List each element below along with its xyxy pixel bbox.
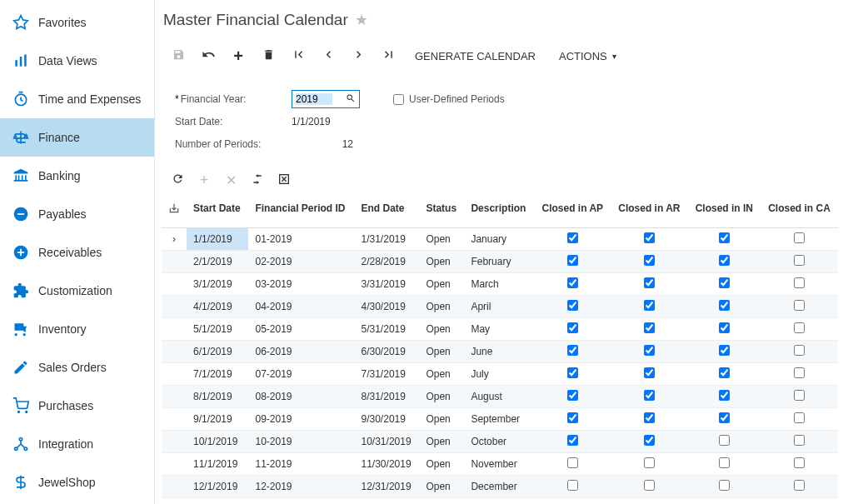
closed-ca-checkbox[interactable]: [794, 322, 805, 333]
sidebar-item-finance[interactable]: Finance: [0, 118, 154, 157]
sidebar-item-inventory[interactable]: Inventory: [0, 310, 154, 348]
closed-in-checkbox[interactable]: [719, 480, 730, 491]
closed-ap-checkbox[interactable]: [567, 390, 578, 401]
closed-ap-checkbox[interactable]: [567, 300, 578, 311]
table-row[interactable]: 4/1/201904-20194/30/2019OpenApril: [162, 295, 838, 317]
row-handle[interactable]: [162, 430, 187, 452]
row-handle[interactable]: [162, 475, 187, 497]
table-row[interactable]: ›1/1/201901-20191/31/2019OpenJanuary: [162, 227, 838, 250]
closed-ap-checkbox[interactable]: [567, 480, 578, 491]
last-button[interactable]: [373, 44, 403, 67]
sidebar-item-receivables[interactable]: Receivables: [0, 233, 154, 272]
closed-ar-checkbox[interactable]: [644, 367, 655, 378]
closed-in-checkbox[interactable]: [719, 232, 730, 243]
closed-in-checkbox[interactable]: [719, 277, 730, 288]
table-row[interactable]: 11/1/201911-201911/30/2019OpenNovember: [162, 452, 838, 475]
row-handle[interactable]: [162, 362, 187, 385]
closed-ar-checkbox[interactable]: [644, 435, 655, 446]
table-row[interactable]: 9/1/201909-20199/30/2019OpenSeptember: [162, 407, 838, 430]
sidebar-item-time-expenses[interactable]: Time and Expenses: [0, 80, 154, 118]
closed-ar-checkbox[interactable]: [644, 255, 655, 266]
table-row[interactable]: 6/1/201906-20196/30/2019OpenJune: [162, 340, 838, 362]
closed-ap-checkbox[interactable]: [567, 435, 578, 446]
table-row[interactable]: 2/1/201902-20192/28/2019OpenFebruary: [162, 250, 838, 272]
closed-ap-checkbox[interactable]: [567, 232, 578, 243]
table-row[interactable]: 12/1/201912-201912/31/2019OpenDecember: [162, 475, 838, 497]
closed-ca-checkbox[interactable]: [794, 412, 805, 423]
delete-button[interactable]: [253, 44, 283, 67]
table-row[interactable]: 7/1/201907-20197/31/2019OpenJuly: [162, 362, 838, 385]
row-handle[interactable]: [162, 272, 187, 295]
export-button[interactable]: [272, 169, 297, 191]
col-description[interactable]: Description: [464, 197, 534, 227]
grid-delete-button[interactable]: ✕: [218, 169, 243, 191]
row-handle[interactable]: [162, 317, 187, 340]
closed-ar-checkbox[interactable]: [644, 300, 655, 311]
col-closed-ca[interactable]: Closed in CA: [761, 197, 838, 227]
table-row[interactable]: 3/1/201903-20193/31/2019OpenMarch: [162, 272, 838, 295]
closed-ca-checkbox[interactable]: [794, 435, 805, 446]
closed-in-checkbox[interactable]: [719, 345, 730, 356]
row-handle[interactable]: [162, 407, 187, 430]
closed-ca-checkbox[interactable]: [794, 277, 805, 288]
sidebar-item-data-views[interactable]: Data Views: [0, 42, 154, 80]
user-defined-periods[interactable]: User-Defined Periods: [393, 93, 505, 105]
table-row[interactable]: 10/1/201910-201910/31/2019OpenOctober: [162, 430, 838, 452]
closed-ca-checkbox[interactable]: [794, 300, 805, 311]
next-button[interactable]: [343, 44, 373, 67]
col-status[interactable]: Status: [419, 197, 464, 227]
col-start-date[interactable]: Start Date: [187, 197, 248, 227]
generate-calendar-button[interactable]: GENERATE CALENDAR: [403, 44, 547, 67]
closed-ca-checkbox[interactable]: [794, 457, 805, 468]
row-handle[interactable]: [162, 452, 187, 475]
col-closed-in[interactable]: Closed in IN: [688, 197, 761, 227]
row-handle[interactable]: [162, 250, 187, 272]
closed-ar-checkbox[interactable]: [644, 277, 655, 288]
prev-button[interactable]: [313, 44, 343, 67]
first-button[interactable]: [283, 44, 313, 67]
col-period-id[interactable]: Financial Period ID: [248, 197, 354, 227]
closed-ap-checkbox[interactable]: [567, 255, 578, 266]
refresh-button[interactable]: [165, 169, 190, 191]
closed-ca-checkbox[interactable]: [794, 232, 805, 243]
col-closed-ap[interactable]: Closed in AP: [534, 197, 611, 227]
financial-year-input[interactable]: [296, 93, 332, 105]
user-defined-periods-checkbox[interactable]: [393, 94, 404, 105]
sidebar-item-favorites[interactable]: Favorites: [0, 3, 154, 42]
table-row[interactable]: 5/1/201905-20195/31/2019OpenMay: [162, 317, 838, 340]
table-row[interactable]: 8/1/201908-20198/31/2019OpenAugust: [162, 385, 838, 407]
closed-ap-checkbox[interactable]: [567, 345, 578, 356]
closed-ar-checkbox[interactable]: [644, 345, 655, 356]
sidebar-item-purchases[interactable]: Purchases: [0, 387, 154, 425]
sidebar-item-sales-orders[interactable]: Sales Orders: [0, 348, 154, 387]
closed-ap-checkbox[interactable]: [567, 412, 578, 423]
sidebar-item-banking[interactable]: Banking: [0, 157, 154, 195]
grid-add-button[interactable]: +: [192, 169, 217, 191]
closed-ar-checkbox[interactable]: [644, 412, 655, 423]
closed-ar-checkbox[interactable]: [644, 390, 655, 401]
closed-ar-checkbox[interactable]: [644, 322, 655, 333]
fit-columns-button[interactable]: [245, 169, 270, 191]
save-button[interactable]: [163, 44, 193, 67]
sidebar-item-customization[interactable]: Customization: [0, 272, 154, 310]
closed-ca-checkbox[interactable]: [794, 390, 805, 401]
undo-button[interactable]: [193, 44, 223, 67]
sidebar-item-jewelshop[interactable]: JewelShop: [0, 463, 154, 502]
actions-dropdown[interactable]: ACTIONS ▾: [547, 44, 628, 67]
closed-ar-checkbox[interactable]: [644, 232, 655, 243]
closed-ca-checkbox[interactable]: [794, 345, 805, 356]
col-export-icon[interactable]: [162, 197, 187, 227]
closed-ap-checkbox[interactable]: [567, 322, 578, 333]
row-handle[interactable]: [162, 340, 187, 362]
search-icon[interactable]: [346, 93, 356, 106]
closed-ar-checkbox[interactable]: [644, 457, 655, 468]
closed-in-checkbox[interactable]: [719, 322, 730, 333]
sidebar-item-integration[interactable]: Integration: [0, 425, 154, 463]
closed-ca-checkbox[interactable]: [794, 367, 805, 378]
col-closed-ar[interactable]: Closed in AR: [611, 197, 687, 227]
closed-in-checkbox[interactable]: [719, 255, 730, 266]
closed-ca-checkbox[interactable]: [794, 255, 805, 266]
closed-in-checkbox[interactable]: [719, 412, 730, 423]
favorite-star-icon[interactable]: ★: [355, 11, 368, 29]
closed-in-checkbox[interactable]: [719, 367, 730, 378]
